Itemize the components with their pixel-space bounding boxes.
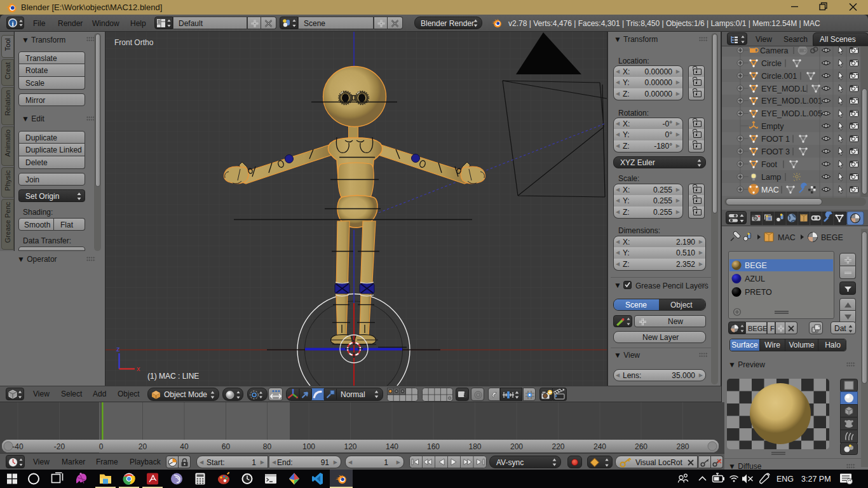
svg-text:Circle.001: Circle.001 xyxy=(761,72,797,81)
svg-text:EYE_MOD.L.005: EYE_MOD.L.005 xyxy=(761,109,822,118)
svg-text:z: z xyxy=(116,345,120,353)
svg-text:180: 180 xyxy=(468,442,481,451)
svg-text:Empty: Empty xyxy=(761,122,784,131)
svg-text:PRETO: PRETO xyxy=(745,288,772,297)
svg-text:120: 120 xyxy=(344,442,356,451)
svg-text:FOOT 1: FOOT 1 xyxy=(761,135,790,144)
svg-text:140: 140 xyxy=(386,442,398,451)
svg-text:BEGE: BEGE xyxy=(745,261,767,270)
svg-text:Lamp: Lamp xyxy=(761,173,781,182)
svg-text:0: 0 xyxy=(99,442,104,451)
svg-text:260: 260 xyxy=(635,442,648,451)
svg-text:80: 80 xyxy=(263,442,272,451)
svg-text:100: 100 xyxy=(302,442,315,451)
svg-text:MAC: MAC xyxy=(761,186,779,194)
svg-text:ENG: ENG xyxy=(776,475,794,484)
svg-text:x: x xyxy=(137,365,140,372)
svg-text:Foot: Foot xyxy=(761,160,778,169)
svg-text:40: 40 xyxy=(180,442,189,451)
svg-text:280: 280 xyxy=(676,442,689,451)
svg-text:20: 20 xyxy=(139,442,147,451)
svg-text:BEGE: BEGE xyxy=(821,233,843,242)
svg-text:220: 220 xyxy=(552,442,564,451)
svg-text:3:27 PM: 3:27 PM xyxy=(801,475,831,484)
svg-text:240: 240 xyxy=(593,442,606,451)
svg-text:200: 200 xyxy=(510,442,523,451)
svg-text:Normal: Normal xyxy=(341,390,365,399)
svg-text:-20: -20 xyxy=(54,442,65,451)
svg-text:EYE_MOD.L.001: EYE_MOD.L.001 xyxy=(761,97,822,105)
svg-text:FOOT 3: FOOT 3 xyxy=(761,147,790,156)
svg-text:60: 60 xyxy=(222,442,231,451)
svg-text:160: 160 xyxy=(427,442,440,451)
svg-text:AZUL: AZUL xyxy=(745,274,765,283)
svg-text:Camera: Camera xyxy=(760,46,789,55)
svg-text:EYE_MOD.L: EYE_MOD.L xyxy=(761,85,807,93)
svg-text:MAC: MAC xyxy=(778,233,796,242)
svg-text:-40: -40 xyxy=(12,442,24,451)
svg-text:Circle: Circle xyxy=(761,59,782,68)
svg-text:i: i xyxy=(11,20,13,27)
